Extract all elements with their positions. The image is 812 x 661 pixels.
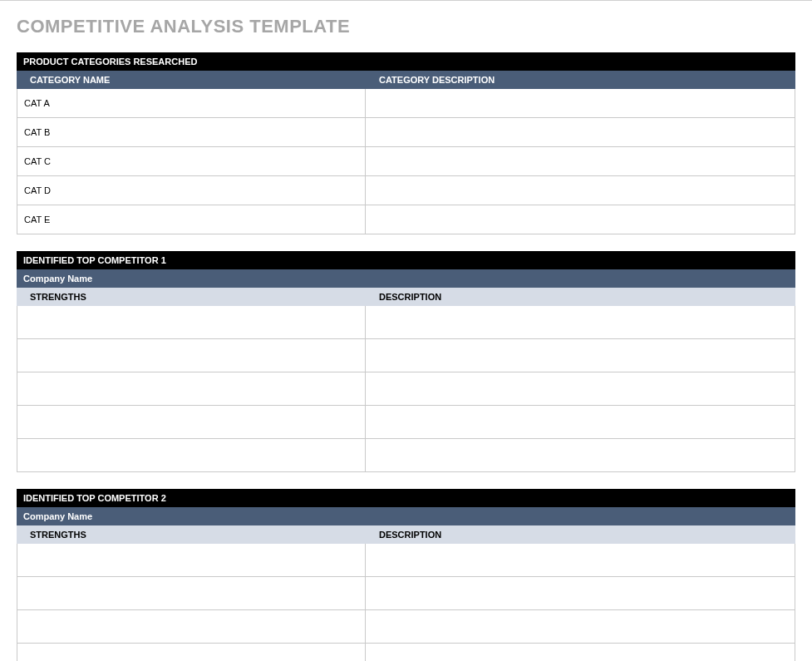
table-row [17,644,795,661]
category-desc-cell[interactable] [366,176,795,205]
category-name-cell[interactable]: CAT A [17,89,366,118]
category-desc-cell[interactable] [366,118,795,147]
table-row: CAT E [17,205,795,234]
strength-desc-cell[interactable] [366,439,795,472]
category-desc-cell[interactable] [366,147,795,176]
competitor1-section: IDENTIFIED TOP COMPETITOR 1 Company Name… [17,251,795,472]
category-desc-cell[interactable] [366,205,795,234]
table-row: CAT B [17,118,795,147]
table-row [17,544,795,577]
strength-cell[interactable] [17,544,366,577]
competitor2-col-strengths: STRENGTHS [23,530,372,540]
categories-section: PRODUCT CATEGORIES RESEARCHED CATEGORY N… [17,52,795,234]
strength-cell[interactable] [17,306,366,339]
competitor2-column-header: STRENGTHS DESCRIPTION [17,525,795,544]
competitor1-col-strengths: STRENGTHS [23,292,372,302]
category-name-cell[interactable]: CAT B [17,118,366,147]
table-row [17,406,795,439]
strength-cell[interactable] [17,439,366,472]
strength-desc-cell[interactable] [366,577,795,610]
strength-cell[interactable] [17,610,366,644]
strength-cell[interactable] [17,644,366,661]
strength-cell[interactable] [17,372,366,406]
category-desc-cell[interactable] [366,89,795,118]
strength-desc-cell[interactable] [366,372,795,406]
table-row [17,610,795,644]
category-name-cell[interactable]: CAT E [17,205,366,234]
table-row [17,372,795,406]
category-name-cell[interactable]: CAT D [17,176,366,205]
strength-desc-cell[interactable] [366,644,795,661]
category-name-cell[interactable]: CAT C [17,147,366,176]
strength-cell[interactable] [17,577,366,610]
competitor2-header: IDENTIFIED TOP COMPETITOR 2 [17,489,795,507]
competitor1-col-desc: DESCRIPTION [372,292,795,302]
strength-desc-cell[interactable] [366,306,795,339]
strength-cell[interactable] [17,339,366,372]
categories-col-name: CATEGORY NAME [23,75,372,85]
strength-desc-cell[interactable] [366,339,795,372]
table-row: CAT A [17,89,795,118]
document-page: COMPETITIVE ANALYSIS TEMPLATE PRODUCT CA… [0,0,812,661]
strength-desc-cell[interactable] [366,610,795,644]
competitor2-company-label: Company Name [17,507,795,525]
table-row: CAT C [17,147,795,176]
strength-cell[interactable] [17,406,366,439]
strength-desc-cell[interactable] [366,544,795,577]
table-row [17,339,795,372]
page-title: COMPETITIVE ANALYSIS TEMPLATE [17,16,795,37]
competitor1-company-label: Company Name [17,269,795,288]
table-row [17,306,795,339]
categories-col-desc: CATEGORY DESCRIPTION [372,75,795,85]
table-row [17,577,795,610]
competitor2-col-desc: DESCRIPTION [372,530,795,540]
competitor1-column-header: STRENGTHS DESCRIPTION [17,288,795,306]
strength-desc-cell[interactable] [366,406,795,439]
competitor1-header: IDENTIFIED TOP COMPETITOR 1 [17,251,795,269]
categories-header: PRODUCT CATEGORIES RESEARCHED [17,52,795,71]
table-row [17,439,795,472]
table-row: CAT D [17,176,795,205]
competitor2-section: IDENTIFIED TOP COMPETITOR 2 Company Name… [17,489,795,661]
categories-column-header: CATEGORY NAME CATEGORY DESCRIPTION [17,71,795,89]
